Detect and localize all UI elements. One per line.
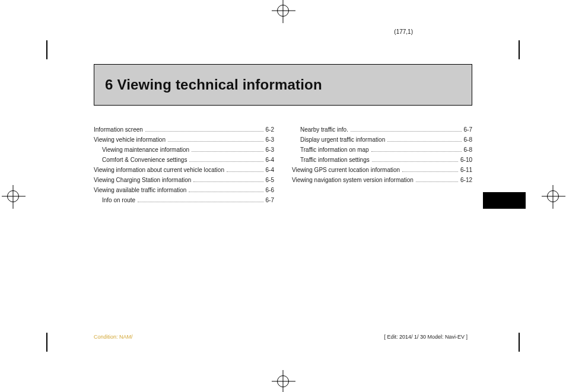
registration-mark-right	[547, 190, 559, 202]
toc-leader-dots	[416, 181, 458, 182]
toc-page-number: 6-2	[266, 125, 274, 135]
toc-row: Viewing vehicle information6-3	[94, 135, 274, 145]
folio-number: (177,1)	[394, 28, 413, 35]
toc-label: Information screen	[94, 125, 143, 135]
toc-page-number: 6-4	[266, 165, 274, 175]
toc-label: Viewing GPS current location information	[292, 165, 400, 175]
registration-mark-left	[7, 190, 19, 202]
toc-label: Comfort & Convenience settings	[102, 155, 187, 165]
toc-leader-dots	[189, 192, 263, 192]
registration-mark-bottom	[277, 375, 289, 387]
toc-leader-dots	[193, 181, 263, 182]
toc-row: Traffic information settings6-10	[292, 155, 472, 165]
toc-label: Traffic information on map	[300, 145, 369, 155]
toc-row: Viewing GPS current location information…	[292, 165, 472, 175]
toc-leader-dots	[351, 131, 462, 132]
toc-page-number: 6-6	[266, 185, 274, 195]
toc-page-number: 6-3	[266, 145, 274, 155]
footer-edit-info: [ Edit: 2014/ 1/ 30 Model: Navi-EV ]	[384, 334, 468, 340]
toc-page-number: 6-7	[266, 195, 274, 205]
toc-page-number: 6-12	[460, 175, 472, 185]
toc-row: Info on route6-7	[94, 195, 274, 205]
toc-leader-dots	[372, 161, 458, 162]
toc-leader-dots	[387, 141, 461, 142]
toc-label: Viewing vehicle information	[94, 135, 166, 145]
toc-label: Viewing maintenance information	[102, 145, 189, 155]
toc-label: Viewing navigation system version inform…	[292, 175, 414, 185]
toc-leader-dots	[189, 161, 263, 162]
toc-page-number: 6-10	[460, 155, 472, 165]
toc-row: Viewing maintenance information6-3	[94, 145, 274, 155]
toc-page-number: 6-7	[464, 125, 472, 135]
toc-label: Nearby traffic info.	[300, 125, 348, 135]
toc-row: Display urgent traffic information6-8	[292, 135, 472, 145]
toc-leader-dots	[371, 151, 462, 152]
toc-label: Viewing Charging Station information	[94, 175, 191, 185]
toc-page-number: 6-8	[464, 135, 472, 145]
toc-row: Viewing Charging Station information6-5	[94, 175, 274, 185]
toc-page-number: 6-3	[266, 135, 274, 145]
toc-column-right: Nearby traffic info.6-7Display urgent tr…	[292, 125, 472, 205]
chapter-title-box: 6 Viewing technical information	[94, 64, 472, 106]
toc-label: Info on route	[102, 195, 135, 205]
section-tab	[483, 192, 526, 209]
toc-label: Display urgent traffic information	[300, 135, 385, 145]
toc-row: Nearby traffic info.6-7	[292, 125, 472, 135]
toc-page-number: 6-11	[460, 165, 472, 175]
toc-leader-dots	[168, 141, 263, 142]
toc-page-number: 6-5	[266, 175, 274, 185]
footer-condition: Condition: NAM/	[94, 334, 133, 340]
toc-row: Viewing available traffic information6-6	[94, 185, 274, 195]
table-of-contents: Information screen6-2Viewing vehicle inf…	[94, 125, 472, 205]
page-frame: (177,1) 6 Viewing technical information …	[94, 37, 472, 355]
chapter-title: 6 Viewing technical information	[105, 77, 461, 93]
toc-leader-dots	[227, 171, 263, 172]
toc-row: Viewing information about current vehicl…	[94, 165, 274, 175]
toc-leader-dots	[145, 131, 263, 132]
toc-page-number: 6-4	[266, 155, 274, 165]
toc-row: Comfort & Convenience settings6-4	[94, 155, 274, 165]
toc-leader-dots	[138, 202, 263, 202]
toc-row: Information screen6-2	[94, 125, 274, 135]
toc-column-left: Information screen6-2Viewing vehicle inf…	[94, 125, 274, 205]
toc-row: Traffic information on map6-8	[292, 145, 472, 155]
toc-page-number: 6-8	[464, 145, 472, 155]
toc-row: Viewing navigation system version inform…	[292, 175, 472, 185]
toc-leader-dots	[402, 171, 458, 172]
toc-leader-dots	[192, 151, 263, 152]
toc-label: Viewing information about current vehicl…	[94, 165, 224, 175]
toc-label: Viewing available traffic information	[94, 185, 186, 195]
toc-label: Traffic information settings	[300, 155, 370, 165]
registration-mark-top	[277, 5, 289, 17]
